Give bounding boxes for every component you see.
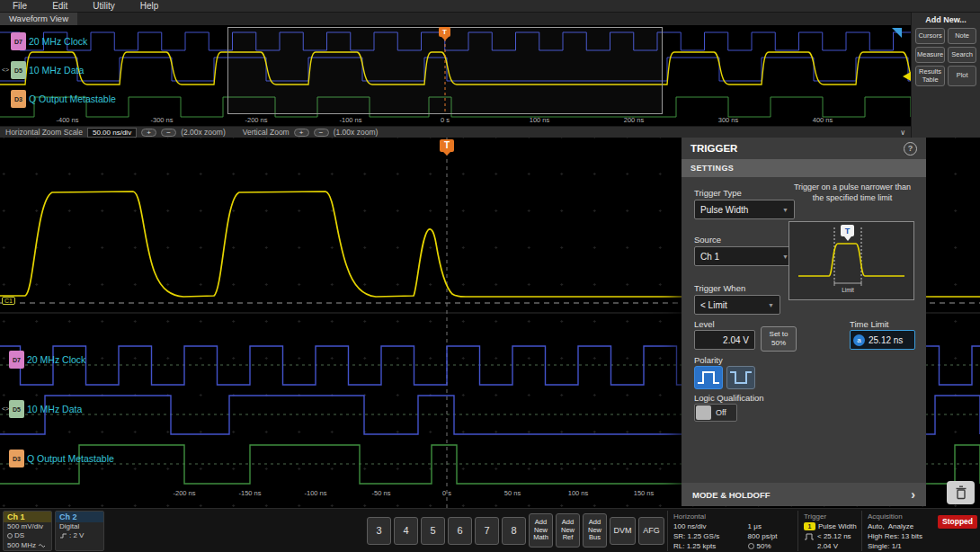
trigger-status-panel[interactable]: Trigger 1Pulse Width< 25.12 ns2.04 V: [797, 511, 859, 551]
time-label: -200 ns: [245, 116, 267, 124]
trigger-type-dropdown[interactable]: Pulse Width ▼: [694, 200, 795, 219]
source-value: Ch 1: [700, 252, 719, 262]
trigger-status-value: 1Pulse Width: [804, 521, 859, 531]
time-label: -100 ns: [304, 489, 326, 497]
trigger-when-dropdown[interactable]: < Limit ▼: [694, 295, 780, 315]
zoom-scale-bar: Horizontal Zoom Scale 50.00 ns/div + − (…: [0, 126, 911, 138]
ch2-label: Ch 2: [56, 512, 103, 522]
trash-icon: [955, 485, 967, 500]
plot-button[interactable]: Plot: [948, 66, 976, 86]
trigger-settings-panel: TRIGGER ? SETTINGS Trigger Type Pulse Wi…: [682, 138, 926, 506]
trash-button[interactable]: [947, 481, 975, 504]
coupling-icon: [7, 533, 13, 539]
h-zoom-in-button[interactable]: +: [141, 129, 156, 137]
channel-label-d5: 10 MHz Data: [27, 404, 82, 414]
polarity-label: Polarity: [694, 355, 723, 365]
set-to-50-button[interactable]: Set to 50%: [761, 326, 797, 352]
ch2-threshold: : 2 V: [69, 531, 84, 541]
time-label: 200 ns: [624, 116, 645, 124]
h-zoom-out-button[interactable]: −: [161, 129, 176, 137]
horizontal-value: 100 ns/div: [673, 521, 737, 531]
mode-holdoff-label: MODE & HOLDOFF: [692, 490, 771, 500]
ch2-card[interactable]: Ch 2 Digital : 2 V: [55, 511, 104, 551]
diagram-limit-label: Limit: [842, 287, 854, 293]
channel-badge-d7[interactable]: D7: [9, 351, 24, 369]
mode-holdoff-section[interactable]: MODE & HOLDOFF ›: [682, 483, 926, 506]
acquisition-panel[interactable]: Acquisition Auto, AnalyzeHigh Res: 13 bi…: [861, 511, 935, 551]
time-limit-value: 25.12 ns: [869, 335, 903, 345]
bandwidth-icon: [38, 542, 46, 549]
source-dropdown[interactable]: Ch 1 ▼: [694, 246, 795, 266]
ch1-coupling: DS: [14, 531, 24, 541]
channel-badge-d5[interactable]: D5: [11, 61, 26, 79]
time-limit-input[interactable]: a 25.12 ns: [850, 330, 915, 350]
afg-button[interactable]: AFG: [638, 517, 664, 545]
add-new-panel: Add New... CursorsNoteMeasureSearchResul…: [911, 13, 980, 138]
logic-qualification-toggle[interactable]: Off: [694, 404, 737, 422]
menu-edit[interactable]: Edit: [40, 1, 80, 11]
horizontal-panel[interactable]: Horizontal 100 ns/div1 μsSR: 1.25 GS/s80…: [667, 511, 795, 551]
horizontal-zoom-scale-value[interactable]: 50.00 ns/div: [87, 128, 137, 138]
trigger-status-value: 2.04 V: [804, 541, 859, 551]
horizontal-value: 50%: [748, 541, 795, 551]
v-zoom-out-button[interactable]: −: [314, 129, 329, 137]
trigger-position-flag-main[interactable]: T: [440, 139, 454, 152]
channel-badge-d3[interactable]: D3: [9, 450, 24, 467]
time-limit-label: Time Limit: [850, 319, 888, 329]
polarity-positive-button[interactable]: [694, 366, 723, 389]
channel-4-button[interactable]: 4: [394, 517, 418, 545]
menu-file[interactable]: File: [0, 1, 40, 11]
cursors-button[interactable]: Cursors: [915, 28, 945, 44]
source-label: Source: [694, 235, 721, 245]
ch1-level-marker-icon: [903, 72, 911, 81]
channel-label-d3: Q Output Metastable: [27, 453, 114, 464]
horizontal-value: RL: 1.25 kpts: [673, 541, 737, 551]
acquisition-status-badge: Stopped: [938, 515, 977, 529]
search-button[interactable]: Search: [948, 47, 976, 63]
channel-badge-d5[interactable]: D5: [9, 400, 24, 418]
collapse-chevron-icon[interactable]: ∨: [900, 129, 905, 137]
time-label: 300 ns: [718, 116, 739, 124]
expand-handle-icon[interactable]: <>: [2, 405, 9, 412]
h-zoom-factor: (2.00x zoom): [181, 128, 226, 137]
trigger-source-icon: 1: [804, 522, 815, 530]
time-label: 100 ns: [530, 116, 550, 124]
channel-3-button[interactable]: 3: [367, 517, 391, 545]
trigger-type-label: Trigger Type: [694, 188, 742, 198]
polarity-negative-button[interactable]: [726, 366, 755, 389]
knob-a-icon: a: [853, 334, 865, 346]
settings-tab[interactable]: SETTINGS: [682, 159, 926, 177]
acquisition-value: Auto, Analyze: [868, 521, 935, 531]
dvm-button[interactable]: DVM: [610, 517, 636, 545]
expand-handle-icon[interactable]: <>: [2, 67, 9, 73]
channel-6-button[interactable]: 6: [448, 517, 472, 545]
pulse-width-icon: [804, 532, 815, 540]
channel-8-button[interactable]: 8: [502, 517, 526, 545]
add-new-bus-button[interactable]: AddNewBus: [583, 513, 607, 548]
zoom-indicator-icon[interactable]: [892, 28, 902, 38]
ch1-card[interactable]: Ch 1 500 mV/div DS 500 MHz: [3, 511, 52, 551]
v-zoom-in-button[interactable]: +: [294, 129, 309, 137]
acquisition-title: Acquisition: [868, 512, 935, 521]
overview-strip[interactable]: T D720 MHz Clock<>D510 MHz DataD3Q Outpu…: [0, 25, 911, 126]
level-input[interactable]: 2.04 V: [694, 330, 755, 350]
waveform-view-tab[interactable]: Waveform View: [0, 13, 77, 25]
help-icon[interactable]: ?: [904, 142, 917, 156]
results-table-button[interactable]: Results Table: [915, 66, 945, 86]
trigger-position-flag[interactable]: T: [439, 27, 450, 37]
channel-7-button[interactable]: 7: [475, 517, 499, 545]
measure-button[interactable]: Measure: [915, 47, 945, 63]
add-new-math-button[interactable]: AddNewMath: [529, 513, 553, 548]
menu-utility[interactable]: Utility: [80, 1, 127, 11]
channel-badge-d3[interactable]: D3: [11, 90, 26, 108]
note-button[interactable]: Note: [948, 28, 976, 44]
channel-label-d3: Q Output Metastable: [29, 93, 116, 104]
main-waveform-view[interactable]: T C1 TRIGGER ? SETTINGS Trigger Type Pul…: [0, 138, 980, 508]
add-new-ref-button[interactable]: AddNewRef: [556, 513, 580, 548]
trigger-status-title: Trigger: [804, 512, 859, 521]
ch1-reference-marker[interactable]: C1: [2, 297, 15, 305]
channel-badge-d7[interactable]: D7: [11, 32, 26, 50]
channel-5-button[interactable]: 5: [421, 517, 445, 545]
menu-help[interactable]: Help: [128, 1, 172, 11]
logic-qualification-value: Off: [716, 408, 726, 417]
